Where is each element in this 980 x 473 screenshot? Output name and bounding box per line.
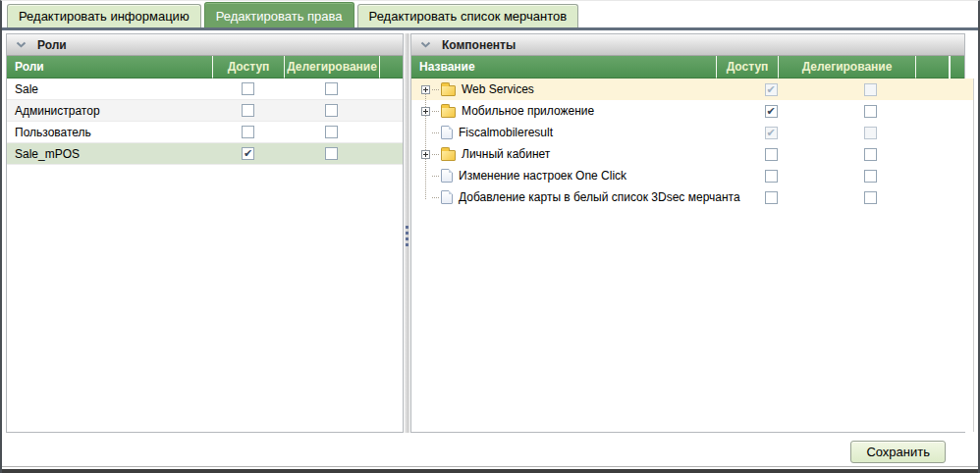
roles-panel: Роли Роли Доступ Делегирование Sale Адми… [6, 33, 404, 433]
column-header-delegation[interactable]: Делегирование [284, 56, 379, 79]
access-checkbox[interactable] [765, 191, 778, 204]
delegation-checkbox[interactable] [864, 127, 877, 139]
column-header-access[interactable]: Доступ [716, 56, 778, 79]
delegation-checkbox[interactable] [325, 82, 338, 95]
access-checkbox[interactable] [765, 148, 778, 161]
component-name: Личный кабинет [462, 147, 550, 161]
tab-bar: Редактировать информацию Редактировать п… [2, 1, 978, 30]
delegation-checkbox[interactable] [864, 191, 877, 204]
delegation-checkbox[interactable] [864, 83, 877, 96]
components-panel-title: Компоненты [442, 38, 516, 52]
delegation-checkbox[interactable] [325, 104, 338, 117]
column-header-spacer [951, 56, 964, 79]
footer-bar: Сохранить [2, 437, 978, 466]
components-tree: Web Services Мобильное приложение [411, 79, 973, 432]
role-name: Sale [7, 82, 212, 96]
document-icon [441, 190, 453, 204]
role-row[interactable]: Sale_mPOS [7, 143, 403, 165]
access-checkbox[interactable] [765, 170, 778, 183]
scrollbar-track[interactable] [973, 79, 974, 432]
column-header-spacer [915, 56, 949, 79]
collapse-chevron-icon[interactable] [16, 41, 27, 48]
delegation-checkbox[interactable] [864, 105, 877, 118]
component-row[interactable]: Мобильное приложение [411, 100, 973, 122]
panel-splitter[interactable] [404, 33, 410, 433]
role-row[interactable]: Пользователь [7, 122, 403, 143]
access-checkbox[interactable] [242, 82, 254, 95]
collapse-chevron-icon[interactable] [420, 41, 431, 48]
column-header-access[interactable]: Доступ [212, 56, 284, 79]
roles-panel-header[interactable]: Роли [7, 34, 403, 56]
role-name: Администратор [7, 104, 212, 118]
component-row[interactable]: Web Services [411, 79, 973, 100]
roles-panel-title: Роли [37, 38, 67, 52]
column-header-spacer [379, 56, 403, 79]
save-button[interactable]: Сохранить [850, 441, 946, 463]
role-row[interactable]: Администратор [7, 100, 403, 122]
component-name: Fiscalmobileresult [459, 126, 553, 139]
delegation-checkbox[interactable] [864, 170, 877, 183]
access-checkbox[interactable] [242, 104, 254, 117]
component-row[interactable]: Изменение настроек One Click [411, 165, 973, 186]
document-icon [441, 126, 453, 139]
delegation-checkbox[interactable] [864, 148, 877, 161]
component-row[interactable]: Личный кабинет [411, 143, 973, 165]
folder-icon [441, 150, 456, 161]
expand-icon[interactable] [421, 107, 430, 116]
roles-table-header: Роли Доступ Делегирование [7, 56, 403, 79]
component-name: Добавление карты в белый список 3Dsec ме… [459, 190, 740, 204]
component-name: Изменение настроек One Click [459, 169, 626, 183]
document-icon [441, 169, 453, 183]
splitter-grip-icon [406, 226, 408, 229]
component-name: Мобильное приложение [462, 104, 594, 118]
access-checkbox[interactable] [242, 147, 254, 160]
role-name: Sale_mPOS [7, 147, 212, 161]
column-header-role[interactable]: Роли [7, 56, 212, 79]
components-table-header: Название Доступ Делегирование [411, 56, 964, 79]
component-row[interactable]: Fiscalmobileresult [411, 122, 973, 143]
delegation-checkbox[interactable] [325, 126, 338, 138]
access-checkbox[interactable] [765, 105, 778, 118]
tab-edit-rights[interactable]: Редактировать права [204, 2, 354, 27]
components-panel-header[interactable]: Компоненты [411, 34, 964, 56]
expand-icon[interactable] [421, 85, 430, 94]
content-area: Роли Роли Доступ Делегирование Sale Адми… [2, 30, 978, 437]
tab-edit-merchant-list[interactable]: Редактировать список мерчантов [357, 4, 579, 27]
column-header-delegation[interactable]: Делегирование [778, 56, 915, 79]
folder-icon [441, 107, 456, 118]
access-checkbox[interactable] [765, 83, 778, 96]
components-panel: Компоненты Название Доступ Делегирование [410, 33, 965, 433]
roles-table-body: Sale Администратор Пользователь [7, 79, 403, 432]
access-checkbox[interactable] [765, 127, 778, 139]
component-row[interactable]: Добавление карты в белый список 3Dsec ме… [411, 186, 973, 208]
tab-edit-info[interactable]: Редактировать информацию [7, 4, 201, 27]
role-name: Пользователь [7, 126, 212, 139]
column-header-name[interactable]: Название [411, 56, 716, 79]
folder-icon [441, 85, 456, 96]
window-bottom-border [2, 466, 978, 473]
access-checkbox[interactable] [242, 126, 254, 138]
delegation-checkbox[interactable] [325, 147, 338, 160]
component-name: Web Services [462, 82, 534, 96]
role-row[interactable]: Sale [7, 79, 403, 100]
expand-icon[interactable] [421, 150, 430, 159]
permissions-window: Редактировать информацию Редактировать п… [0, 0, 980, 473]
